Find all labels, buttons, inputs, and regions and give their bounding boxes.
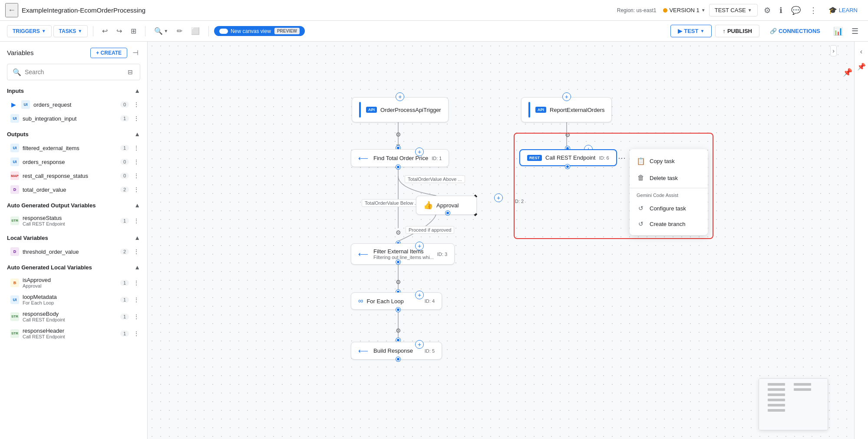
node-filter-items[interactable]: ⟵ Filter External Items Filtering out li… bbox=[351, 243, 455, 265]
is-approved-group: isApproved Approval bbox=[23, 277, 117, 288]
response-body-menu[interactable]: ⋮ bbox=[132, 312, 140, 321]
sub-integration-menu[interactable]: ⋮ bbox=[132, 114, 140, 123]
testcase-button[interactable]: TEST CASE ▼ bbox=[709, 4, 758, 16]
copy-task-item[interactable]: 📋 Copy task bbox=[630, 153, 708, 170]
create-branch-label: Create branch bbox=[650, 221, 685, 227]
inputs-section-header[interactable]: Inputs ▲ bbox=[0, 84, 147, 98]
connections-button[interactable]: 🔗 CONNECTIONS bbox=[763, 25, 827, 37]
orders-resp-menu[interactable]: ⋮ bbox=[132, 157, 140, 166]
select-button[interactable]: ✏ bbox=[173, 24, 186, 38]
version-selector[interactable]: VERSION 1 ▼ bbox=[663, 7, 705, 13]
node-api-trigger-1[interactable]: API OrderProcessApiTrigger + bbox=[352, 97, 449, 122]
toolbar-history: ↩ ↪ ⊞ bbox=[99, 24, 140, 38]
context-menu-trigger[interactable]: ⋯ bbox=[618, 153, 626, 163]
redo-button[interactable]: ↪ bbox=[113, 24, 125, 38]
add-button-api-2[interactable]: + bbox=[562, 92, 571, 101]
tasks-button[interactable]: TASKS ▼ bbox=[53, 25, 88, 37]
delete-task-item[interactable]: 🗑 Delete task bbox=[630, 170, 708, 186]
response-header-badge: STR bbox=[10, 329, 19, 338]
list-item[interactable]: STR responseBody Call REST Endpoint 1 ⋮ bbox=[0, 308, 147, 325]
total-order-name: total_order_value bbox=[23, 187, 117, 193]
notifications-icon[interactable]: 💬 bbox=[789, 3, 803, 18]
auto-output-header[interactable]: Auto Generated Output Variables ▲ bbox=[0, 198, 147, 212]
gear-call-rest: ⚙ bbox=[563, 131, 572, 139]
overflow-menu-button[interactable]: ☰ bbox=[849, 24, 861, 39]
response-status-menu[interactable]: ⋮ bbox=[132, 216, 140, 225]
zoom-button[interactable]: 🔍 ▼ bbox=[151, 24, 172, 38]
response-body-count: 1 bbox=[120, 314, 129, 320]
add-button-find-total[interactable]: + bbox=[415, 147, 424, 156]
test-chevron: ▼ bbox=[700, 29, 704, 33]
collapse-right-button[interactable]: › bbox=[830, 45, 837, 56]
orders-request-count: 0 bbox=[120, 102, 129, 108]
publish-icon: ↑ bbox=[723, 28, 726, 34]
auto-output-section: Auto Generated Output Variables ▲ STR re… bbox=[0, 198, 147, 229]
list-item[interactable]: UI orders_response 0 ⋮ bbox=[0, 155, 147, 169]
list-item[interactable]: STR responseStatus Call REST Endpoint 1 … bbox=[0, 212, 147, 229]
search-input[interactable] bbox=[25, 69, 121, 75]
list-item[interactable]: B isApproved Approval 1 ⋮ bbox=[0, 274, 147, 291]
canvas-button[interactable]: ⬜ bbox=[188, 24, 203, 38]
outputs-section: Outputs ▲ UI filtered_external_items 1 ⋮… bbox=[0, 127, 147, 197]
right-panel-collapse[interactable]: ‹ bbox=[858, 45, 865, 58]
triggers-button[interactable]: TRIGGERS ▼ bbox=[7, 25, 52, 37]
node-find-total[interactable]: ⟵ Find Total Order Price ID: 1 bbox=[351, 149, 449, 167]
filter-button[interactable]: ⊟ bbox=[126, 67, 135, 77]
add-button-api-1[interactable]: + bbox=[396, 92, 404, 101]
panel-title: Variables bbox=[7, 49, 33, 56]
filtered-menu[interactable]: ⋮ bbox=[132, 144, 140, 152]
local-section-header[interactable]: Local Variables ▲ bbox=[0, 231, 147, 245]
connector-approval-bottom bbox=[446, 211, 450, 215]
test-button[interactable]: ▶ TEST ▼ bbox=[670, 25, 712, 37]
loop-meta-menu[interactable]: ⋮ bbox=[132, 295, 140, 304]
list-item[interactable]: ▶ UI orders_request 0 ⋮ bbox=[0, 98, 147, 111]
learn-button[interactable]: 🎓 LEARN bbox=[823, 3, 863, 17]
more-icon[interactable]: ⋮ bbox=[807, 3, 820, 18]
create-branch-item[interactable]: ↺ Create branch bbox=[630, 216, 708, 232]
list-item[interactable]: MAP rest_call_response_status 0 ⋮ bbox=[0, 169, 147, 183]
node-api-trigger-2[interactable]: API ReportExternalOrders + bbox=[521, 97, 612, 122]
canvas-area[interactable]: API OrderProcessApiTrigger + API ReportE… bbox=[148, 42, 854, 439]
orders-request-menu[interactable]: ⋮ bbox=[132, 100, 140, 109]
outputs-section-header[interactable]: Outputs ▲ bbox=[0, 127, 147, 141]
chart-icon-button[interactable]: 📊 bbox=[831, 24, 845, 39]
undo-button[interactable]: ↩ bbox=[99, 24, 111, 38]
node-for-each[interactable]: ∞ For Each Loop ID: 4 bbox=[351, 292, 442, 310]
add-button-approval[interactable]: + bbox=[494, 193, 503, 202]
publish-button[interactable]: ↑ PUBLISH bbox=[715, 25, 759, 37]
back-button[interactable]: ← bbox=[5, 3, 18, 17]
add-button-for-each[interactable]: + bbox=[415, 291, 424, 299]
create-variable-button[interactable]: + CREATE bbox=[90, 48, 127, 58]
node-build-resp[interactable]: ⟵ Build Response ID: 5 bbox=[351, 342, 442, 360]
configure-task-item[interactable]: ↺ Configure task bbox=[630, 200, 708, 216]
list-item[interactable]: STR responseHeader Call REST Endpoint 1 … bbox=[0, 325, 147, 342]
add-button-filter[interactable]: + bbox=[415, 242, 424, 250]
list-item[interactable]: D total_order_value 2 ⋮ bbox=[0, 183, 147, 197]
add-button-build-resp[interactable]: + bbox=[415, 340, 424, 349]
push-pin-icon[interactable]: 📌 bbox=[843, 68, 852, 77]
node-call-rest[interactable]: REST Call REST Endpoint ID: 6 bbox=[519, 149, 617, 166]
list-item[interactable]: D threshold_order_value 2 ⋮ bbox=[0, 245, 147, 259]
rest-status-menu[interactable]: ⋮ bbox=[132, 171, 140, 180]
auto-local-header[interactable]: Auto Generated Local Variables ▲ bbox=[0, 260, 147, 274]
is-approved-menu[interactable]: ⋮ bbox=[132, 278, 140, 287]
total-order-menu[interactable]: ⋮ bbox=[132, 185, 140, 194]
settings-icon[interactable]: ⚙ bbox=[761, 3, 773, 18]
response-header-menu[interactable]: ⋮ bbox=[132, 329, 140, 338]
right-panel-pin[interactable]: 📌 bbox=[855, 60, 868, 73]
create-label: + CREATE bbox=[96, 50, 122, 56]
info-icon[interactable]: ℹ bbox=[777, 3, 785, 18]
expand-orders-request[interactable]: ▶ bbox=[10, 100, 17, 109]
collapse-panel-button[interactable]: ⊣ bbox=[131, 47, 140, 59]
local-title: Local Variables bbox=[7, 235, 48, 241]
variables-content: Inputs ▲ ▶ UI orders_request 0 ⋮ UI sub_… bbox=[0, 84, 147, 439]
canvas-toggle[interactable]: New canvas view PREVIEW bbox=[214, 26, 305, 36]
is-approved-name: isApproved bbox=[23, 277, 117, 283]
list-item[interactable]: UI filtered_external_items 1 ⋮ bbox=[0, 141, 147, 155]
list-item[interactable]: UI sub_integration_input 1 ⋮ bbox=[0, 111, 147, 125]
filtered-badge: UI bbox=[10, 144, 19, 152]
threshold-menu[interactable]: ⋮ bbox=[132, 247, 140, 256]
list-item[interactable]: UI loopMetadata For Each Loop 1 ⋮ bbox=[0, 291, 147, 308]
create-branch-icon: ↺ bbox=[637, 220, 645, 227]
layout-button[interactable]: ⊞ bbox=[127, 24, 140, 38]
